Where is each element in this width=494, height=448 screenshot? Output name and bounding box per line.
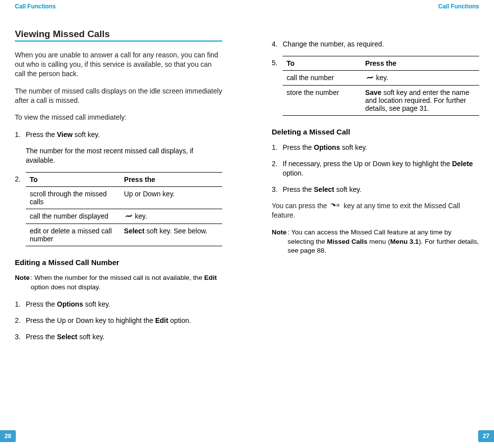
step-body: Press the View soft key. bbox=[26, 130, 222, 139]
step-4: 4. Change the number, as required. bbox=[272, 40, 479, 49]
text: soft key. bbox=[340, 143, 367, 151]
text: Press the bbox=[26, 300, 57, 308]
instruction-table-5: 5. To Press the call the number key. bbox=[272, 56, 479, 116]
subheading-editing: Editing a Missed Call Number bbox=[15, 258, 222, 267]
step-number: 5. bbox=[272, 56, 283, 116]
step-body: Press the Options soft key. bbox=[26, 300, 222, 309]
step-number: 3. bbox=[15, 332, 26, 342]
page-number-left: 26 bbox=[0, 430, 16, 442]
delete-option-label: Delete bbox=[452, 160, 473, 168]
instruction-table: To Press the scroll through the missed c… bbox=[26, 172, 222, 246]
note-body: : You can access the Missed Call feature… bbox=[287, 228, 479, 255]
text: soft key. bbox=[334, 185, 361, 193]
col-press-header: Press the bbox=[361, 56, 479, 70]
instruction-table: To Press the call the number key. bbox=[283, 56, 479, 116]
cell-press: Select soft key. See below. bbox=[120, 224, 222, 246]
text: Press the bbox=[26, 333, 57, 341]
cell-to: call the number bbox=[283, 70, 361, 85]
text: Press the bbox=[26, 131, 57, 138]
intro-paragraph-3: To view the missed call immediately: bbox=[15, 113, 222, 122]
step-number: 2. bbox=[15, 172, 26, 246]
table-row: scroll through the missed calls Up or Do… bbox=[26, 187, 222, 209]
step-number: 4. bbox=[272, 40, 283, 49]
options-softkey-label: Options bbox=[314, 143, 340, 151]
edit-step-2: 2. Press the Up or Down key to highlight… bbox=[15, 316, 222, 325]
end-power-key-icon: \Φ bbox=[329, 202, 342, 211]
select-softkey-label: Select bbox=[314, 185, 334, 193]
view-softkey-label: View bbox=[57, 131, 73, 138]
step-body: Press the Select soft key. bbox=[26, 332, 222, 342]
step-number: 1. bbox=[15, 300, 26, 309]
send-key-icon bbox=[365, 74, 374, 82]
cell-to: scroll through the missed calls bbox=[26, 187, 120, 209]
col-to-header: To bbox=[283, 56, 361, 70]
text: Press the Up or Down key to highlight th… bbox=[26, 316, 155, 324]
step-body: Press the Select soft key. bbox=[283, 185, 479, 194]
note-block: Note : When the number for the missed ca… bbox=[15, 273, 222, 291]
svg-text:\Φ: \Φ bbox=[336, 203, 340, 208]
cell-press: Up or Down key. bbox=[120, 187, 222, 209]
note-body: : When the number for the missed call is… bbox=[30, 273, 222, 291]
select-softkey-label: Select bbox=[124, 227, 145, 235]
text: If necessary, press the Up or Down key t… bbox=[283, 160, 452, 168]
edit-step-3: 3. Press the Select soft key. bbox=[15, 332, 222, 342]
save-softkey-label: Save bbox=[365, 89, 382, 96]
missed-calls-menu-label: Missed Calls bbox=[327, 238, 368, 245]
text: key. bbox=[374, 74, 389, 82]
menu-3-1-label: Menu 3.1 bbox=[390, 238, 419, 245]
note-block: Note : You can access the Missed Call fe… bbox=[272, 228, 479, 255]
step-number: 1. bbox=[272, 143, 283, 152]
text: soft key. See below. bbox=[145, 227, 207, 235]
cell-press: key. bbox=[361, 70, 479, 85]
text: soft key. bbox=[73, 131, 100, 138]
cell-to: store the number bbox=[283, 86, 361, 116]
page-number-right: 27 bbox=[478, 430, 494, 442]
page-left: Call Functions Viewing Missed Calls When… bbox=[0, 0, 247, 448]
text: menu ( bbox=[367, 238, 390, 245]
step-number: 2. bbox=[15, 316, 26, 325]
step-body: Press the Options soft key. bbox=[283, 143, 479, 152]
table-row: edit or delete a missed call number Sele… bbox=[26, 224, 222, 246]
spacer bbox=[272, 10, 479, 40]
table-row: call the number key. bbox=[283, 70, 479, 85]
step-1: 1. Press the View soft key. bbox=[15, 130, 222, 139]
step-body: Change the number, as required. bbox=[283, 40, 479, 49]
col-to-header: To bbox=[26, 173, 120, 187]
text: soft key. bbox=[83, 300, 110, 308]
options-softkey-label: Options bbox=[57, 300, 83, 308]
text: option does not display. bbox=[31, 283, 100, 291]
del-step-3: 3. Press the Select soft key. bbox=[272, 185, 479, 194]
text: key. bbox=[133, 212, 148, 220]
cell-press: Save soft key and enter the name and loc… bbox=[361, 86, 479, 116]
step-number: 1. bbox=[15, 130, 26, 139]
text: option. bbox=[168, 316, 191, 324]
send-key-icon bbox=[124, 213, 133, 221]
subheading-deleting: Deleting a Missed Call bbox=[272, 128, 479, 136]
table-row: call the number displayed key. bbox=[26, 209, 222, 224]
exit-paragraph: You can press the \Φ key at any time to … bbox=[272, 201, 479, 221]
text: You can press the bbox=[272, 202, 329, 210]
step-1-sub: The number for the most recent missed ca… bbox=[26, 146, 222, 165]
intro-paragraph-2: The number of missed calls displays on t… bbox=[15, 87, 222, 105]
step-number: 3. bbox=[272, 185, 283, 194]
step-body: If necessary, press the Up or Down key t… bbox=[283, 159, 479, 178]
select-softkey-label: Select bbox=[57, 333, 77, 341]
text: : When the number for the missed call is… bbox=[31, 274, 204, 281]
edit-option-label: Edit bbox=[155, 316, 168, 324]
del-step-1: 1. Press the Options soft key. bbox=[272, 143, 479, 152]
del-step-2: 2. If necessary, press the Up or Down ke… bbox=[272, 159, 479, 178]
table-row: store the number Save soft key and enter… bbox=[283, 86, 479, 116]
step-body: Press the Up or Down key to highlight th… bbox=[26, 316, 222, 325]
cell-press: key. bbox=[120, 209, 222, 224]
cell-to: call the number displayed bbox=[26, 209, 120, 224]
edit-option-label: Edit bbox=[204, 274, 217, 281]
col-press-header: Press the bbox=[120, 173, 222, 187]
intro-paragraph-1: When you are unable to answer a call for… bbox=[15, 50, 222, 79]
page-right: Call Functions 4. Change the number, as … bbox=[247, 0, 494, 448]
step-number: 2. bbox=[272, 159, 283, 178]
text: soft key. bbox=[77, 333, 104, 341]
table-header-row: To Press the bbox=[283, 56, 479, 70]
header-left: Call Functions bbox=[15, 0, 222, 10]
table-header-row: To Press the bbox=[26, 173, 222, 187]
section-title: Viewing Missed Calls bbox=[15, 29, 222, 40]
